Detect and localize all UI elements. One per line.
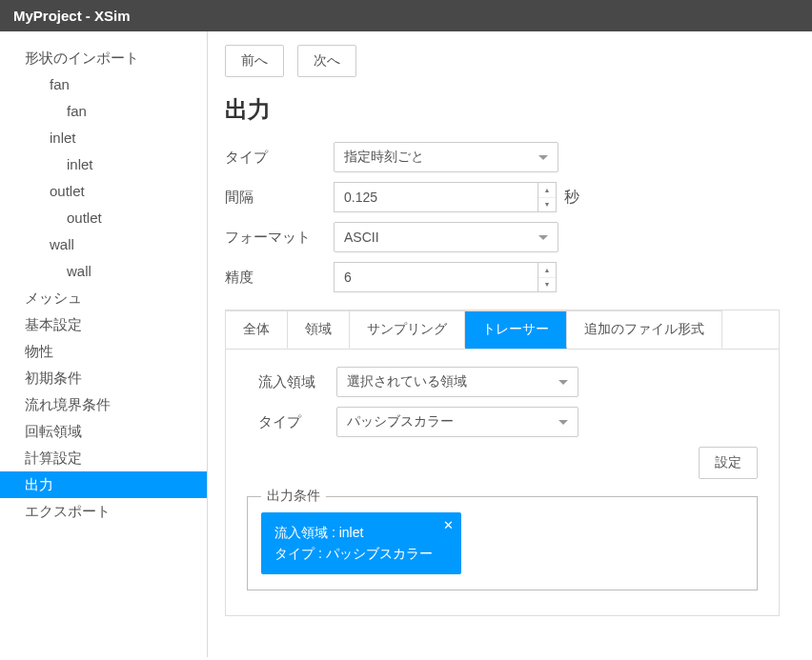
next-button[interactable]: 次へ	[297, 45, 356, 77]
chevron-down-icon	[538, 235, 548, 240]
sidebar-item-14[interactable]: 回転領域	[0, 418, 207, 445]
interval-step-down[interactable]: ▼	[538, 198, 556, 212]
tab-3[interactable]: トレーサー	[465, 310, 567, 349]
sidebar-item-10[interactable]: 基本設定	[0, 311, 207, 338]
output-tabs-panel: 全体領域サンプリングトレーサー追加のファイル形式 流入領域 選択されている領域 …	[225, 310, 780, 616]
interval-input[interactable]	[334, 182, 538, 212]
sidebar-item-8[interactable]: wall	[0, 258, 207, 285]
condition-chip-line2: タイプ : パッシブスカラー	[274, 543, 433, 564]
precision-step-up[interactable]: ▲	[538, 263, 556, 278]
tracer-inflow-label: 流入領域	[243, 373, 336, 391]
main-panel: 前へ 次へ 出力 タイプ 指定時刻ごと 間隔 ▲ ▼ 秒 フォーマット	[208, 31, 812, 657]
chevron-down-icon	[558, 420, 568, 425]
sidebar-item-9[interactable]: メッシュ	[0, 285, 207, 311]
tracer-inflow-value: 選択されている領域	[347, 373, 467, 390]
close-icon[interactable]: ✕	[443, 516, 454, 536]
sidebar-item-4[interactable]: inlet	[0, 151, 207, 178]
sidebar-item-11[interactable]: 物性	[0, 338, 207, 365]
prev-button[interactable]: 前へ	[225, 45, 284, 77]
chevron-down-icon	[538, 155, 548, 160]
output-type-value: 指定時刻ごと	[344, 149, 424, 166]
format-select[interactable]: ASCII	[334, 222, 558, 252]
sidebar-item-13[interactable]: 流れ境界条件	[0, 391, 207, 418]
sidebar-item-12[interactable]: 初期条件	[0, 365, 207, 391]
nav-buttons: 前へ 次へ	[225, 45, 780, 77]
window-title: MyProject - XSim	[13, 8, 131, 24]
tracer-set-button[interactable]: 設定	[699, 447, 758, 479]
sidebar-item-1[interactable]: fan	[0, 71, 207, 98]
window-titlebar: MyProject - XSim	[0, 0, 812, 31]
sidebar-item-0[interactable]: 形状のインポート	[0, 45, 207, 71]
condition-chip-line1: 流入領域 : inlet	[274, 522, 433, 543]
sidebar-item-15[interactable]: 計算設定	[0, 445, 207, 471]
precision-spinner: ▲ ▼	[538, 262, 557, 292]
sidebar-item-3[interactable]: inlet	[0, 125, 207, 151]
sidebar-item-5[interactable]: outlet	[0, 178, 207, 205]
sidebar-item-17[interactable]: エクスポート	[0, 498, 207, 525]
interval-spinner: ▲ ▼	[538, 182, 557, 212]
precision-step-down[interactable]: ▼	[538, 278, 556, 292]
tracer-inflow-select[interactable]: 選択されている領域	[336, 367, 579, 397]
tracer-type-value: パッシブスカラー	[347, 413, 454, 430]
format-label: フォーマット	[225, 229, 334, 247]
precision-label: 精度	[225, 269, 334, 287]
format-value: ASCII	[344, 230, 379, 245]
sidebar-item-2[interactable]: fan	[0, 98, 207, 125]
tracer-type-label: タイプ	[243, 413, 336, 431]
output-type-select[interactable]: 指定時刻ごと	[334, 142, 558, 172]
interval-unit: 秒	[564, 188, 579, 208]
interval-label: 間隔	[225, 189, 334, 207]
interval-step-up[interactable]: ▲	[538, 183, 556, 198]
section-heading: 出力	[225, 94, 780, 125]
sidebar-item-16[interactable]: 出力	[0, 471, 207, 498]
sidebar: 形状のインポートfanfaninletinletoutletoutletwall…	[0, 31, 208, 657]
condition-chip[interactable]: 流入領域 : inlet タイプ : パッシブスカラー ✕	[261, 512, 461, 574]
output-type-label: タイプ	[225, 149, 334, 167]
tab-4[interactable]: 追加のファイル形式	[567, 310, 722, 349]
tab-0[interactable]: 全体	[226, 310, 288, 349]
sidebar-item-7[interactable]: wall	[0, 231, 207, 258]
precision-input[interactable]	[334, 262, 538, 292]
tab-body-tracer: 流入領域 選択されている領域 タイプ パッシブスカラー 設定	[226, 350, 779, 615]
tab-1[interactable]: 領域	[288, 310, 350, 349]
sidebar-item-6[interactable]: outlet	[0, 205, 207, 231]
tracer-type-select[interactable]: パッシブスカラー	[336, 407, 579, 437]
output-conditions-legend: 出力条件	[261, 488, 326, 505]
tab-strip: 全体領域サンプリングトレーサー追加のファイル形式	[226, 310, 779, 350]
chevron-down-icon	[558, 380, 568, 385]
output-conditions-fieldset: 出力条件 流入領域 : inlet タイプ : パッシブスカラー ✕	[247, 496, 758, 590]
tab-2[interactable]: サンプリング	[350, 310, 465, 349]
